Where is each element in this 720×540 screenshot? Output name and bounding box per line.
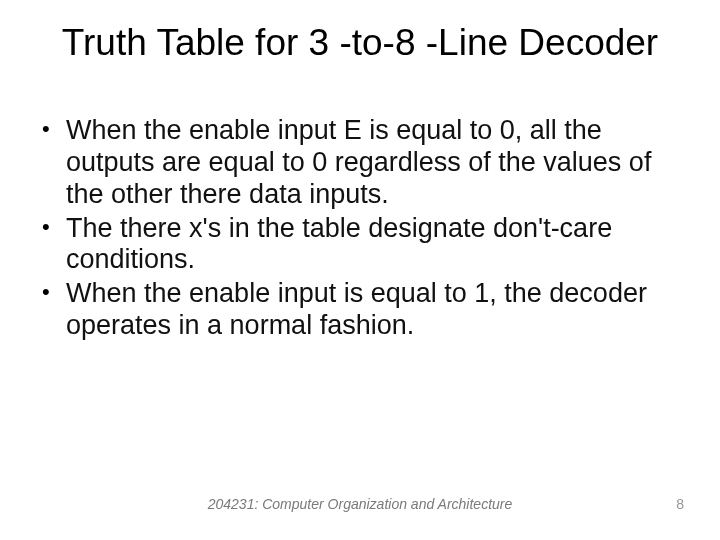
slide: Truth Table for 3 -to-8 -Line Decoder Wh… bbox=[0, 0, 720, 540]
slide-footer: 204231: Computer Organization and Archit… bbox=[0, 496, 720, 512]
list-item: When the enable input is equal to 1, the… bbox=[40, 278, 680, 342]
slide-body: When the enable input E is equal to 0, a… bbox=[40, 115, 680, 344]
page-number: 8 bbox=[676, 496, 684, 512]
slide-title: Truth Table for 3 -to-8 -Line Decoder bbox=[0, 22, 720, 64]
list-item: When the enable input E is equal to 0, a… bbox=[40, 115, 680, 211]
bullet-list: When the enable input E is equal to 0, a… bbox=[40, 115, 680, 342]
list-item: The there x's in the table designate don… bbox=[40, 213, 680, 277]
